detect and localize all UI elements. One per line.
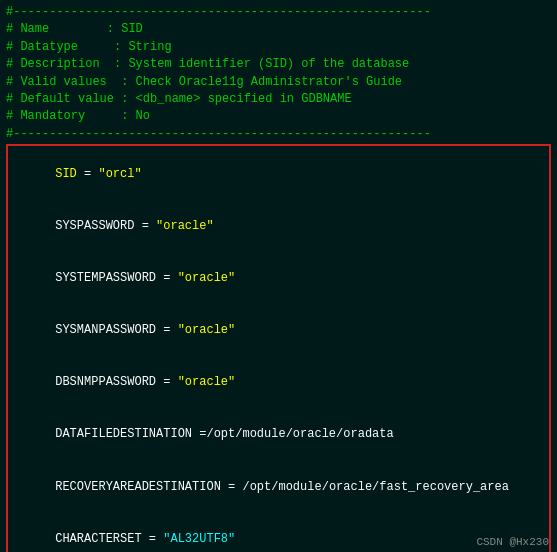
- sysmanpassword-line: SYSMANPASSWORD = "oracle": [12, 305, 545, 357]
- dbsnmp-eq: =: [156, 375, 178, 389]
- sid-eq: =: [77, 167, 99, 181]
- datadest-key: DATAFILEDESTINATION: [55, 427, 192, 441]
- syspassword-line: SYSPASSWORD = "oracle": [12, 200, 545, 252]
- dbsnmp-val: "oracle": [178, 375, 236, 389]
- separator-1: #---------------------------------------…: [6, 4, 551, 21]
- systemp-key: SYSTEMPASSWORD: [55, 271, 156, 285]
- terminal: #---------------------------------------…: [0, 0, 557, 552]
- valid-sid: # Valid values : Check Oracle11g Adminis…: [6, 74, 551, 91]
- sysp-eq: =: [134, 219, 156, 233]
- name-sid: # Name : SID: [6, 21, 551, 38]
- sysmanp-eq: =: [156, 323, 178, 337]
- dbsnmp-key: DBSNMPPASSWORD: [55, 375, 156, 389]
- sid-key: SID: [55, 167, 77, 181]
- charset-key: CHARACTERSET: [55, 532, 141, 546]
- recovery-line: RECOVERYAREADESTINATION = /opt/module/or…: [12, 461, 545, 513]
- separator-2: #---------------------------------------…: [6, 126, 551, 143]
- charset-val: "AL32UTF8": [163, 532, 235, 546]
- recov-key: RECOVERYAREADESTINATION: [55, 480, 221, 494]
- sid-val: "orcl": [98, 167, 141, 181]
- dbsnmppassword-line: DBSNMPPASSWORD = "oracle": [12, 357, 545, 409]
- datatype-sid: # Datatype : String: [6, 39, 551, 56]
- sysmanp-val: "oracle": [178, 323, 236, 337]
- recov-eq: = /opt/module/oracle/fast_recovery_area: [221, 480, 509, 494]
- watermark: CSDN @Hx230: [476, 536, 549, 548]
- systemp-eq: =: [156, 271, 178, 285]
- datafile-line: DATAFILEDESTINATION =/opt/module/oracle/…: [12, 409, 545, 461]
- datadest-eq: =/opt/module/oracle/oradata: [192, 427, 394, 441]
- charset-line: CHARACTERSET = "AL32UTF8": [12, 513, 545, 552]
- default-sid: # Default value : <db_name> specified in…: [6, 91, 551, 108]
- mandatory-sid: # Mandatory : No: [6, 108, 551, 125]
- systemp-val: "oracle": [178, 271, 236, 285]
- config-block: SID = "orcl" SYSPASSWORD = "oracle" SYST…: [6, 144, 551, 552]
- desc-sid: # Description : System identifier (SID) …: [6, 56, 551, 73]
- sysp-val: "oracle": [156, 219, 214, 233]
- sysmanp-key: SYSMANPASSWORD: [55, 323, 156, 337]
- systempassword-line: SYSTEMPASSWORD = "oracle": [12, 252, 545, 304]
- sid-line: SID = "orcl": [12, 148, 545, 200]
- sysp-key: SYSPASSWORD: [55, 219, 134, 233]
- charset-eq: =: [142, 532, 164, 546]
